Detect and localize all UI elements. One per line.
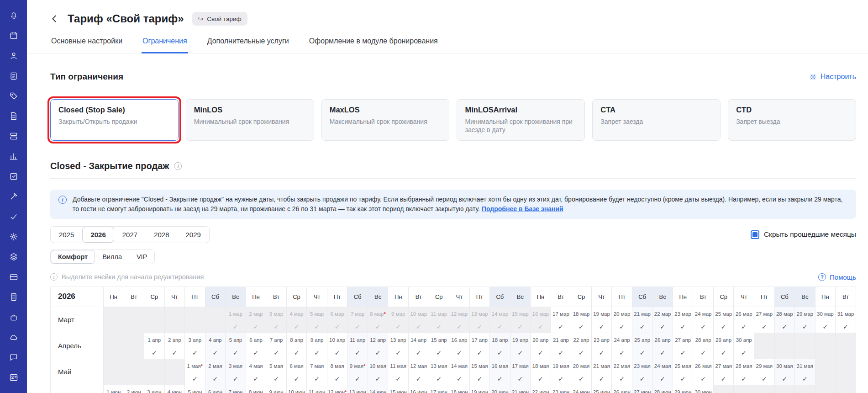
day-cell[interactable]: 26 июн✓ xyxy=(612,385,632,393)
day-cell[interactable]: 22 апр✓ xyxy=(571,333,592,359)
day-cell[interactable]: 4 апр✓ xyxy=(205,333,226,359)
hide-past-months-toggle[interactable]: Скрыть прошедшие месяцы xyxy=(751,230,856,239)
day-cell[interactable]: 11 июн✓ xyxy=(307,385,327,393)
check-icon[interactable] xyxy=(9,212,18,221)
day-cell[interactable]: 6 июн✓ xyxy=(205,385,226,393)
day-cell[interactable]: 18 мар✓ xyxy=(571,307,592,333)
day-cell[interactable]: 12 мая✓ xyxy=(408,359,429,385)
day-cell[interactable]: 25 апр✓ xyxy=(632,333,652,359)
task-icon[interactable] xyxy=(9,172,18,181)
day-cell[interactable]: 12 июн*✓ xyxy=(327,385,347,393)
day-cell[interactable]: 2 апр✓ xyxy=(164,333,185,359)
day-cell[interactable]: 3 июн✓ xyxy=(144,385,165,393)
day-cell[interactable]: 13 мая✓ xyxy=(429,359,449,385)
layers-icon[interactable] xyxy=(9,252,18,261)
day-cell[interactable]: 15 апр✓ xyxy=(429,333,449,359)
day-cell[interactable]: 16 апр✓ xyxy=(449,333,470,359)
day-cell[interactable]: 19 мая✓ xyxy=(551,359,571,385)
room-tab-vip[interactable]: VIP xyxy=(129,250,154,264)
day-cell[interactable]: 31 мая✓ xyxy=(795,359,815,385)
restriction-card-ctd[interactable]: CTDЗапрет выезда xyxy=(728,99,856,141)
year-tab-2026[interactable]: 2026 xyxy=(82,227,114,243)
day-cell[interactable]: 4 мая✓ xyxy=(246,359,266,385)
card-icon[interactable] xyxy=(9,272,18,281)
restriction-card-minlos[interactable]: MinLOSМинимальный срок проживания xyxy=(186,99,314,141)
day-cell[interactable]: 10 июн✓ xyxy=(286,385,307,393)
day-cell[interactable]: 23 мая✓ xyxy=(632,359,652,385)
day-cell[interactable]: 15 мая✓ xyxy=(469,359,490,385)
day-cell[interactable]: 24 мая✓ xyxy=(652,359,673,385)
day-cell[interactable]: 4 июн✓ xyxy=(164,385,185,393)
restriction-card-cta[interactable]: CTAЗапрет заезда xyxy=(592,99,721,141)
day-cell[interactable]: 13 апр✓ xyxy=(388,333,409,359)
tab-booking-module[interactable]: Оформление в модуле бронирования xyxy=(308,33,439,53)
day-cell[interactable]: 28 мая✓ xyxy=(734,359,754,385)
day-cell[interactable]: 2 мая✓ xyxy=(205,359,226,385)
day-cell[interactable]: 21 апр✓ xyxy=(551,333,571,359)
day-cell[interactable]: 11 апр✓ xyxy=(347,333,368,359)
tab-services[interactable]: Дополнительные услуги xyxy=(206,33,290,53)
day-cell[interactable]: 28 мар✓ xyxy=(774,307,795,333)
day-cell[interactable]: 14 мая✓ xyxy=(449,359,470,385)
tab-main[interactable]: Основные настройки xyxy=(50,33,123,53)
day-cell[interactable]: 25 июн✓ xyxy=(591,385,612,393)
day-cell[interactable]: 27 мар✓ xyxy=(754,307,775,333)
day-cell[interactable]: 28 июн✓ xyxy=(652,385,673,393)
day-cell[interactable]: 27 июн✓ xyxy=(632,385,652,393)
year-tab-2028[interactable]: 2028 xyxy=(146,227,177,243)
tab-restrictions[interactable]: Ограничения xyxy=(142,33,188,53)
day-cell[interactable]: 7 июн✓ xyxy=(226,385,246,393)
day-cell[interactable]: 27 апр✓ xyxy=(673,333,693,359)
day-cell[interactable]: 25 мая✓ xyxy=(673,359,693,385)
year-tab-2025[interactable]: 2025 xyxy=(51,227,82,243)
day-cell[interactable]: 10 апр✓ xyxy=(327,333,347,359)
day-cell[interactable]: 29 апр✓ xyxy=(713,333,734,359)
day-cell[interactable]: 20 мая✓ xyxy=(571,359,592,385)
day-cell[interactable]: 19 июн✓ xyxy=(469,385,490,393)
restriction-card-closed[interactable]: Closed (Stop Sale)Закрыть/Открыть продаж… xyxy=(50,99,179,141)
restriction-card-maxlos[interactable]: MaxLOSМаксимальный срок проживания xyxy=(321,99,450,141)
day-cell[interactable]: 19 апр✓ xyxy=(510,333,531,359)
chat-icon[interactable] xyxy=(9,353,18,362)
info-icon[interactable]: i xyxy=(174,162,182,170)
day-cell[interactable]: 26 мар✓ xyxy=(734,307,754,333)
day-cell[interactable]: 2 июн✓ xyxy=(124,385,144,393)
day-cell[interactable]: 21 мар✓ xyxy=(632,307,652,333)
day-cell[interactable]: 26 мая✓ xyxy=(693,359,714,385)
day-cell[interactable]: 21 июн✓ xyxy=(510,385,531,393)
day-cell[interactable]: 1 мая*✓ xyxy=(185,359,205,385)
day-cell[interactable]: 7 мая✓ xyxy=(307,359,327,385)
restriction-card-minlosarrival[interactable]: MinLOSArrivalМинимальный срок проживания… xyxy=(457,99,585,141)
day-cell[interactable]: 8 мая✓ xyxy=(327,359,347,385)
tag-icon[interactable] xyxy=(9,91,18,101)
checkbox-checked-icon[interactable] xyxy=(751,230,759,239)
day-cell[interactable]: 17 мар✓ xyxy=(551,307,571,333)
day-cell[interactable]: 18 мая✓ xyxy=(531,359,551,385)
help-link[interactable]: ? Помощь xyxy=(818,273,856,281)
day-cell[interactable]: 9 июн✓ xyxy=(266,385,287,393)
day-cell[interactable]: 30 мар✓ xyxy=(815,307,836,333)
configure-link[interactable]: Настроить xyxy=(809,73,856,81)
day-cell[interactable]: 7 апр✓ xyxy=(266,333,287,359)
day-cell[interactable]: 23 апр✓ xyxy=(591,333,612,359)
day-cell[interactable]: 30 апр✓ xyxy=(734,333,754,359)
knowledge-base-link[interactable]: Подробнее в Базе знаний xyxy=(482,205,563,212)
day-cell[interactable]: 29 мар✓ xyxy=(795,307,815,333)
day-cell[interactable]: 19 мар✓ xyxy=(591,307,612,333)
day-cell[interactable]: 30 мая✓ xyxy=(774,359,795,385)
day-cell[interactable]: 24 июн✓ xyxy=(571,385,592,393)
day-cell[interactable]: 22 мар✓ xyxy=(652,307,673,333)
chart-icon[interactable] xyxy=(9,152,18,161)
day-cell[interactable]: 3 мая✓ xyxy=(226,359,246,385)
profile-icon[interactable] xyxy=(9,373,18,382)
user-icon[interactable] xyxy=(9,51,18,60)
day-cell[interactable]: 27 мая✓ xyxy=(713,359,734,385)
day-cell[interactable]: 20 мар✓ xyxy=(612,307,632,333)
day-cell[interactable]: 5 апр✓ xyxy=(226,333,246,359)
day-cell[interactable]: 20 апр✓ xyxy=(531,333,551,359)
day-cell[interactable]: 12 апр✓ xyxy=(368,333,388,359)
day-cell[interactable]: 5 июн✓ xyxy=(185,385,205,393)
cloud-icon[interactable] xyxy=(9,333,18,342)
room-tab-komfort[interactable]: Комфорт xyxy=(51,250,95,264)
day-cell[interactable]: 11 мая✓ xyxy=(388,359,409,385)
